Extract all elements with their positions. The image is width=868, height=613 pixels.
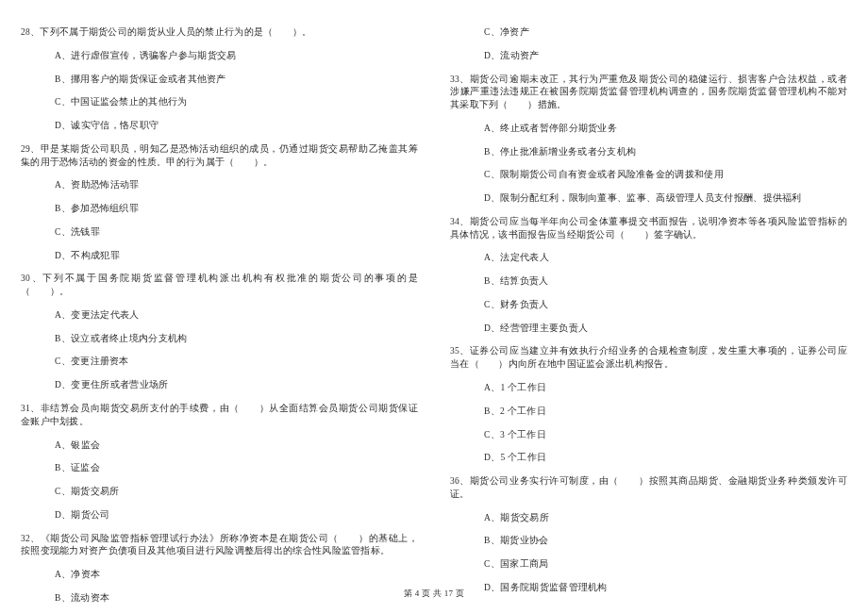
q36-opt-a: A、期货交易所 [484, 512, 847, 525]
two-column-layout: 28、下列不属于期货公司的期货从业人员的禁止行为的是（ ）。 A、进行虚假宣传，… [21, 26, 847, 613]
q28-opt-b: B、挪用客户的期货保证金或者其他资产 [55, 74, 418, 87]
exam-page: 28、下列不属于期货公司的期货从业人员的禁止行为的是（ ）。 A、进行虚假宣传，… [0, 0, 868, 613]
q33-opt-d: D、限制分配红利，限制向董事、监事、高级管理人员支付报酬、提供福利 [484, 192, 847, 206]
q28-opt-c: C、中国证监会禁止的其他行为 [55, 96, 418, 109]
q30-stem: 30、下列不属于国务院期货监督管理机构派出机构有权批准的期货公司的事项的是（ ）… [21, 273, 418, 299]
q36-stem: 36、期货公司业务实行许可制度，由（ ）按照其商品期货、金融期货业务种类颁发许可… [450, 475, 847, 502]
q28-opt-a: A、进行虚假宣传，诱骗客户参与期货交易 [55, 50, 418, 63]
q34-opt-c: C、财务负责人 [484, 299, 847, 312]
q33-stem: 33、期货公司逾期未改正，其行为严重危及期货公司的稳健运行、损害客户合法权益，或… [450, 74, 847, 112]
q31-stem: 31、非结算会员向期货交易所支付的手续费，由（ ）从全面结算会员期货公司期货保证… [21, 403, 418, 429]
q35-opt-b: B、2 个工作日 [484, 406, 847, 419]
q28-stem: 28、下列不属于期货公司的期货从业人员的禁止行为的是（ ）。 [21, 26, 418, 40]
q31-opt-c: C、期货交易所 [55, 486, 418, 499]
q31-opt-a: A、银监会 [55, 439, 418, 453]
q29-stem: 29、甲是某期货公司职员，明知乙是恐怖活动组织的成员，仍通过期货交易帮助乙掩盖其… [21, 143, 418, 170]
q32-opt-d: D、流动资产 [484, 50, 847, 63]
q31-opt-b: B、证监会 [55, 462, 418, 475]
q35-opt-d: D、5 个工作日 [484, 452, 847, 465]
q29-opt-c: C、洗钱罪 [55, 226, 418, 240]
q33-opt-a: A、终止或者暂停部分期货业务 [484, 123, 847, 136]
q30-opt-c: C、变更注册资本 [55, 356, 418, 369]
q33-opt-c: C、限制期货公司自有资金或者风险准备金的调拨和使用 [484, 169, 847, 182]
q30-opt-d: D、变更住所或者营业场所 [55, 379, 418, 392]
q35-opt-c: C、3 个工作日 [484, 429, 847, 442]
q29-opt-d: D、不构成犯罪 [55, 250, 418, 263]
q34-stem: 34、期货公司应当每半年向公司全体董事提交书面报告，说明净资本等各项风险监管指标… [450, 216, 847, 242]
right-column: C、净资产 D、流动资产 33、期货公司逾期未改正，其行为严重危及期货公司的稳健… [450, 26, 847, 613]
q29-opt-a: A、资助恐怖活动罪 [55, 179, 418, 192]
q32-opt-a: A、净资本 [55, 569, 418, 582]
q35-opt-a: A、1 个工作日 [484, 382, 847, 395]
q35-stem: 35、证券公司应当建立并有效执行介绍业务的合规检查制度，发生重大事项的，证券公司… [450, 345, 847, 372]
q30-opt-a: A、变更法定代表人 [55, 309, 418, 323]
q32-stem: 32、《期货公司风险监管指标管理试行办法》所称净资本是在期货公司（ ）的基础上，… [21, 533, 418, 559]
q32-opt-c: C、净资产 [484, 26, 847, 40]
q34-opt-a: A、法定代表人 [484, 252, 847, 265]
q30-opt-b: B、设立或者终止境内分支机构 [55, 333, 418, 346]
page-footer: 第 4 页 共 17 页 [0, 588, 868, 600]
q28-opt-d: D、诚实守信，恪尽职守 [55, 120, 418, 133]
q34-opt-b: B、结算负责人 [484, 275, 847, 289]
q34-opt-d: D、经营管理主要负责人 [484, 323, 847, 336]
q36-opt-c: C、国家工商局 [484, 558, 847, 572]
q29-opt-b: B、参加恐怖组织罪 [55, 203, 418, 216]
q31-opt-d: D、期货公司 [55, 509, 418, 522]
left-column: 28、下列不属于期货公司的期货从业人员的禁止行为的是（ ）。 A、进行虚假宣传，… [21, 26, 418, 613]
q36-opt-b: B、期货业协会 [484, 535, 847, 548]
q33-opt-b: B、停止批准新增业务或者分支机构 [484, 146, 847, 159]
